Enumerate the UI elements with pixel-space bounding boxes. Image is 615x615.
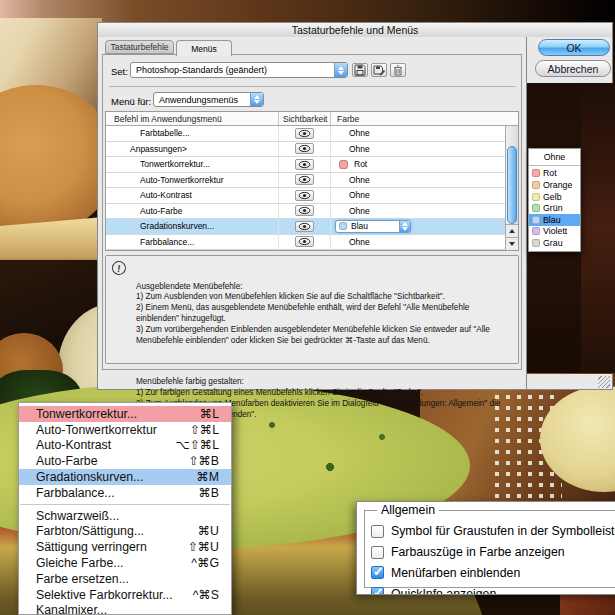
table-scrollbar[interactable] (505, 126, 518, 250)
checkbox[interactable] (371, 566, 384, 579)
checkbox[interactable] (371, 587, 384, 595)
table-row-selected[interactable]: Gradationskurven... Blau (106, 219, 505, 235)
color-popup-control[interactable]: Blau (335, 220, 411, 233)
info-hidden-commands: Ausgeblendete Menübefehle: 1) Zum Ausble… (136, 282, 510, 347)
menu-item-tonwertkorrektur[interactable]: Tonwertkorrektur...⌘L (19, 406, 231, 422)
table-row[interactable]: Auto-Kontrast Ohne (106, 188, 505, 204)
table-row[interactable]: Auto-Tonwertkorrektur Ohne (106, 173, 505, 189)
visibility-toggle[interactable] (295, 221, 314, 232)
ok-button[interactable]: OK (538, 39, 610, 56)
menu-item-kanalmixer[interactable]: Kanalmixer... (19, 603, 231, 615)
eye-icon (298, 237, 311, 246)
keyboard-shortcuts-dialog: Tastaturbefehle Menüs Set: Photoshop-Sta… (97, 37, 527, 390)
save-set-button[interactable] (352, 63, 368, 77)
eye-icon (298, 175, 311, 184)
floppy-disk-pencil-icon (373, 64, 385, 76)
menu-item-selektive-farbkorrektur[interactable]: Selektive Farbkorrektur...^⌘S (19, 587, 231, 603)
dialog-button-panel: OK Abbrechen (527, 37, 613, 83)
color-option-blau[interactable]: Blau (529, 214, 580, 226)
table-body: Farbtabelle... Ohne Anpassungen> Ohne To… (106, 126, 505, 250)
command-label: Farbtabelle... (106, 128, 278, 138)
color-cell[interactable]: Ohne (330, 204, 505, 219)
scroll-up-button[interactable] (506, 224, 518, 237)
cancel-button[interactable]: Abbrechen (535, 60, 611, 77)
alert-icon: ! (111, 260, 127, 276)
table-row[interactable]: Tonwertkorrektur... Rot (106, 157, 505, 173)
checkbox[interactable] (371, 546, 384, 559)
color-cell[interactable]: Ohne (330, 142, 505, 157)
color-option-grau[interactable]: Grau (529, 237, 580, 249)
dialog-bottom-strip (527, 374, 613, 390)
eye-icon (298, 129, 311, 138)
checkbox[interactable] (371, 525, 384, 538)
stepper-arrows-icon (399, 221, 410, 232)
table-row[interactable]: Auto-Farbe Ohne (106, 204, 505, 220)
color-cell[interactable]: Ohne (330, 188, 505, 203)
dialog-title: Tastaturbefehle und Menüs (292, 24, 419, 36)
visibility-toggle[interactable] (295, 128, 314, 139)
tab-menus[interactable]: Menüs (176, 40, 232, 56)
color-swatch (532, 193, 540, 201)
visibility-toggle[interactable] (295, 236, 314, 247)
menu-item-gradationskurven[interactable]: Gradationskurven...⌘M (19, 469, 231, 485)
color-option-gruen[interactable]: Grün (529, 202, 580, 214)
shortcut: ⌘B (199, 486, 220, 500)
table-row[interactable]: Farbtabelle... Ohne (106, 126, 505, 142)
arrow-up-icon (509, 229, 515, 233)
menu-item-auto-kontrast[interactable]: Auto-Kontrast⌥⇧⌘L (19, 438, 231, 454)
menu-item-schwarzweiss[interactable]: Schwarzweiß... (19, 508, 231, 524)
delete-set-button[interactable] (390, 63, 406, 77)
set-select[interactable]: Photoshop-Standards (geändert) (130, 62, 348, 78)
eye-icon (298, 191, 311, 200)
color-swatch (532, 169, 540, 177)
eye-icon (298, 222, 311, 231)
dialog-titlebar[interactable]: Tastaturbefehle und Menüs (97, 22, 613, 37)
menu-for-select[interactable]: Anwendungsmenüs (153, 92, 264, 107)
menu-item-gleiche-farbe[interactable]: Gleiche Farbe...^⌘G (19, 555, 231, 571)
menu-item-auto-farbe[interactable]: Auto-Farbe⇧⌘B (19, 453, 231, 469)
header-color: Farbe (330, 112, 518, 125)
scrollbar-thumb[interactable] (507, 146, 517, 224)
color-cell[interactable]: Ohne (330, 126, 505, 141)
table-row[interactable]: Anpassungen> Ohne (106, 142, 505, 158)
color-option-rot[interactable]: Rot (529, 168, 580, 180)
color-cell[interactable]: Ohne (330, 235, 505, 250)
menus-tab-content: Set: Photoshop-Standards (geändert) (102, 54, 522, 370)
command-label: Auto-Farbe (106, 206, 278, 216)
eye-icon (298, 206, 311, 215)
visibility-toggle[interactable] (295, 190, 314, 201)
color-option-orange[interactable]: Orange (529, 179, 580, 191)
menu-item-farbbalance[interactable]: Farbbalance...⌘B (19, 485, 231, 501)
tab-tastaturbefehle[interactable]: Tastaturbefehle (105, 40, 174, 54)
visibility-toggle[interactable] (295, 174, 314, 185)
color-cell[interactable]: Ohne (330, 173, 505, 188)
visibility-toggle[interactable] (295, 143, 314, 154)
menu-separator (529, 165, 580, 166)
color-option-violett[interactable]: Violett (529, 226, 580, 238)
arrow-down-icon (509, 242, 515, 246)
shortcut: ⇧⌘B (188, 454, 219, 468)
color-dropdown-menu: Ohne Rot Orange Gelb Grün Blau Violett G… (528, 148, 581, 252)
menu-item-auto-tonwertkorrektur[interactable]: Auto-Tonwertkorrektur⇧⌘L (19, 422, 231, 438)
save-set-as-button[interactable] (371, 63, 387, 77)
color-option-ohne[interactable]: Ohne (529, 151, 580, 163)
shortcut: ⇧⌘U (188, 540, 219, 554)
divider (109, 86, 516, 87)
menu-item-farbe-ersetzen[interactable]: Farbe ersetzen... (19, 571, 231, 587)
stepper-arrows-icon (250, 93, 263, 106)
shortcut: ^⌘G (191, 556, 219, 570)
adjustments-menu: Tonwertkorrektur...⌘L Auto-Tonwertkorrek… (18, 402, 232, 615)
color-cell[interactable]: Rot (330, 157, 505, 172)
scroll-down-button[interactable] (506, 237, 518, 250)
command-label: Auto-Kontrast (106, 190, 278, 200)
table-row[interactable]: Farbbalance... Ohne (106, 235, 505, 251)
color-option-gelb[interactable]: Gelb (529, 191, 580, 203)
visibility-toggle[interactable] (295, 159, 314, 170)
general-fieldset: Allgemein Symbol für Graustufen in der S… (364, 510, 615, 588)
menu-item-saettigung-verringern[interactable]: Sättigung verringern⇧⌘U (19, 539, 231, 555)
color-cell: Blau (330, 219, 505, 234)
resize-grip-icon[interactable] (598, 376, 610, 388)
visibility-toggle[interactable] (295, 205, 314, 216)
menu-item-farbton-saettigung[interactable]: Farbton/Sättigung...⌘U (19, 524, 231, 540)
shortcut: ⌘U (198, 524, 219, 538)
